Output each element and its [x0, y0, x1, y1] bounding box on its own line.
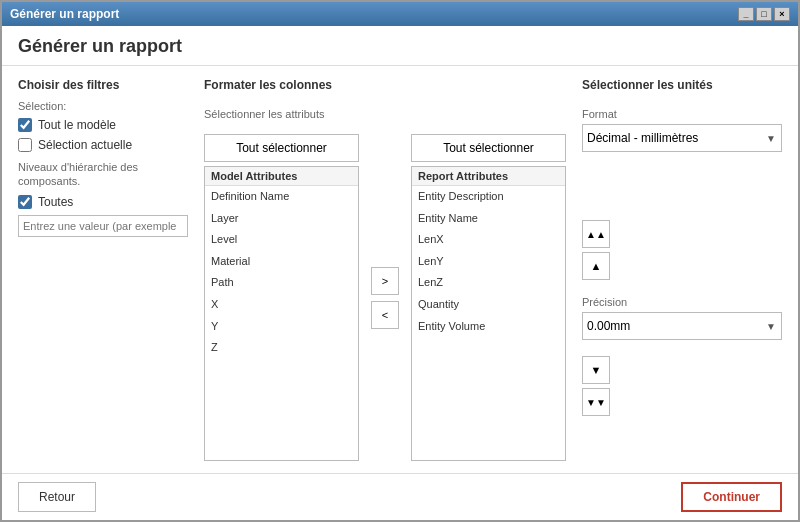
selection-label: Sélection:: [18, 100, 188, 112]
minimize-button[interactable]: _: [738, 7, 754, 21]
move-down-bottom-button[interactable]: ▼▼: [582, 388, 610, 416]
list-item[interactable]: Entity Description: [412, 186, 565, 208]
transfer-buttons: > <: [367, 134, 403, 461]
move-up-button[interactable]: ▲: [582, 252, 610, 280]
units-panel: Sélectionner les unités Format Décimal -…: [582, 78, 782, 461]
list-item[interactable]: Level: [205, 229, 358, 251]
title-bar: Générer un rapport _ □ ×: [2, 2, 798, 26]
filter-panel: Choisir des filtres Sélection: Tout le m…: [18, 78, 188, 461]
all-option-row: Toutes: [18, 195, 188, 209]
list-item[interactable]: Material: [205, 251, 358, 273]
page-title: Générer un rapport: [18, 36, 182, 56]
precision-dropdown-wrapper: 0mm 0.0mm 0.00mm 0.000mm: [582, 312, 782, 340]
value-input[interactable]: [18, 215, 188, 237]
list-item[interactable]: Layer: [205, 208, 358, 230]
all-option-checkbox[interactable]: [18, 195, 32, 209]
all-model-checkbox[interactable]: [18, 118, 32, 132]
order-buttons: ▲▲ ▲: [582, 220, 782, 280]
hierarchy-label: Niveaux d'hiérarchie des composants.: [18, 160, 188, 189]
select-all-model-button[interactable]: Tout sélectionner: [204, 134, 359, 162]
move-right-button[interactable]: >: [371, 267, 399, 295]
columns-panel: Formater les colonnes Sélectionner les a…: [204, 78, 566, 461]
model-attributes-header: Model Attributes: [205, 167, 358, 186]
move-up-top-button[interactable]: ▲▲: [582, 220, 610, 248]
continue-button[interactable]: Continuer: [681, 482, 782, 512]
move-left-button[interactable]: <: [371, 301, 399, 329]
current-selection-checkbox[interactable]: [18, 138, 32, 152]
list-item[interactable]: LenZ: [412, 272, 565, 294]
all-model-label: Tout le modèle: [38, 118, 116, 132]
list-item[interactable]: LenX: [412, 229, 565, 251]
footer: Retour Continuer: [2, 473, 798, 520]
format-section: Format Décimal - millimètres Décimal - c…: [582, 108, 782, 152]
window-header: Générer un rapport: [2, 26, 798, 66]
list-item[interactable]: Quantity: [412, 294, 565, 316]
units-panel-title: Sélectionner les unités: [582, 78, 782, 92]
precision-label: Précision: [582, 296, 782, 308]
back-button[interactable]: Retour: [18, 482, 96, 512]
format-dropdown-wrapper: Décimal - millimètres Décimal - centimèt…: [582, 124, 782, 152]
list-item[interactable]: Definition Name: [205, 186, 358, 208]
move-down-button[interactable]: ▼: [582, 356, 610, 384]
format-label: Format: [582, 108, 782, 120]
columns-panel-title: Formater les colonnes: [204, 78, 566, 92]
format-dropdown[interactable]: Décimal - millimètres Décimal - centimèt…: [582, 124, 782, 152]
current-selection-label: Sélection actuelle: [38, 138, 132, 152]
report-attributes-section: Tout sélectionner Report Attributes Enti…: [411, 134, 566, 461]
list-item[interactable]: LenY: [412, 251, 565, 273]
main-content: Choisir des filtres Sélection: Tout le m…: [2, 66, 798, 473]
list-item[interactable]: X: [205, 294, 358, 316]
report-attributes-list[interactable]: Report Attributes Entity Description Ent…: [411, 166, 566, 461]
attributes-label: Sélectionner les attributs: [204, 108, 566, 120]
current-selection-row: Sélection actuelle: [18, 138, 188, 152]
filter-panel-title: Choisir des filtres: [18, 78, 188, 92]
list-item[interactable]: Z: [205, 337, 358, 359]
model-attributes-section: Tout sélectionner Model Attributes Defin…: [204, 134, 359, 461]
precision-section: Précision 0mm 0.0mm 0.00mm 0.000mm: [582, 296, 782, 340]
title-bar-label: Générer un rapport: [10, 7, 119, 21]
all-model-row: Tout le modèle: [18, 118, 188, 132]
list-item[interactable]: Y: [205, 316, 358, 338]
columns-inner: Tout sélectionner Model Attributes Defin…: [204, 134, 566, 461]
order-buttons-bottom: ▼ ▼▼: [582, 356, 782, 416]
model-attributes-list[interactable]: Model Attributes Definition Name Layer L…: [204, 166, 359, 461]
close-button[interactable]: ×: [774, 7, 790, 21]
precision-dropdown[interactable]: 0mm 0.0mm 0.00mm 0.000mm: [582, 312, 782, 340]
maximize-button[interactable]: □: [756, 7, 772, 21]
main-window: Générer un rapport _ □ × Générer un rapp…: [0, 0, 800, 522]
list-item[interactable]: Entity Name: [412, 208, 565, 230]
select-all-report-button[interactable]: Tout sélectionner: [411, 134, 566, 162]
report-attributes-header: Report Attributes: [412, 167, 565, 186]
list-item[interactable]: Entity Volume: [412, 316, 565, 338]
list-item[interactable]: Path: [205, 272, 358, 294]
all-option-label: Toutes: [38, 195, 73, 209]
title-bar-controls: _ □ ×: [738, 7, 790, 21]
